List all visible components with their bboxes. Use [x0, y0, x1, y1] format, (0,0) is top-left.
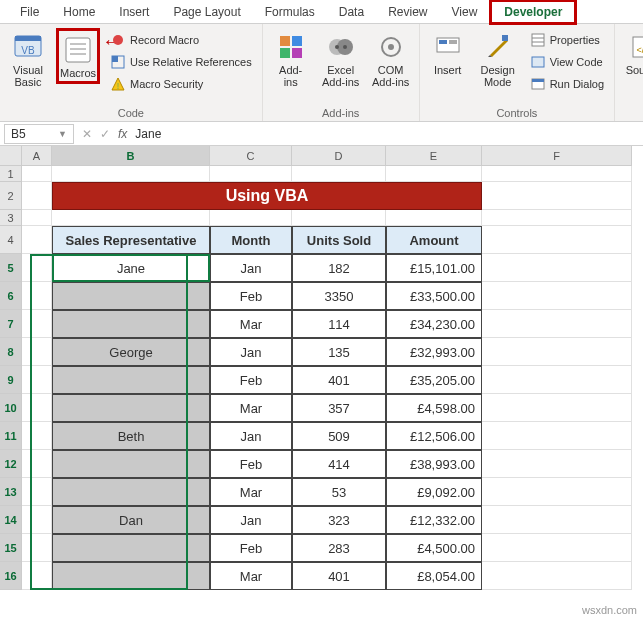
- cell[interactable]: Feb: [210, 366, 292, 394]
- cell[interactable]: Feb: [210, 450, 292, 478]
- tab-insert[interactable]: Insert: [107, 2, 161, 22]
- cell[interactable]: 182: [292, 254, 386, 282]
- row-header[interactable]: 6: [0, 282, 22, 310]
- tab-review[interactable]: Review: [376, 2, 439, 22]
- row-header[interactable]: 9: [0, 366, 22, 394]
- cell[interactable]: £12,332.00: [386, 506, 482, 534]
- accept-formula-icon[interactable]: ✓: [100, 127, 110, 141]
- cancel-formula-icon[interactable]: ✕: [82, 127, 92, 141]
- cell[interactable]: 135: [292, 338, 386, 366]
- select-all-corner[interactable]: [0, 146, 22, 166]
- col-header[interactable]: A: [22, 146, 52, 166]
- header-units-sold[interactable]: Units Sold: [292, 226, 386, 254]
- cell[interactable]: £4,598.00: [386, 394, 482, 422]
- row-header[interactable]: 7: [0, 310, 22, 338]
- macros-button[interactable]: Macros: [56, 28, 100, 84]
- tab-file[interactable]: File: [8, 2, 51, 22]
- run-dialog-button[interactable]: Run Dialog: [526, 74, 608, 94]
- cell[interactable]: Mar: [210, 478, 292, 506]
- cell[interactable]: [52, 394, 210, 422]
- name-box-dropdown-icon[interactable]: ▼: [58, 129, 67, 139]
- cell[interactable]: George: [52, 338, 210, 366]
- cell[interactable]: 414: [292, 450, 386, 478]
- cell[interactable]: [52, 366, 210, 394]
- cell[interactable]: [52, 562, 210, 590]
- tab-data[interactable]: Data: [327, 2, 376, 22]
- cell[interactable]: Mar: [210, 394, 292, 422]
- cell[interactable]: £8,054.00: [386, 562, 482, 590]
- cell[interactable]: Beth: [52, 422, 210, 450]
- row-header[interactable]: 11: [0, 422, 22, 450]
- cell[interactable]: Mar: [210, 310, 292, 338]
- col-header[interactable]: C: [210, 146, 292, 166]
- name-box[interactable]: B5 ▼: [4, 124, 74, 144]
- col-header[interactable]: F: [482, 146, 632, 166]
- view-code-button[interactable]: View Code: [526, 52, 608, 72]
- tab-view[interactable]: View: [440, 2, 490, 22]
- row-header[interactable]: 15: [0, 534, 22, 562]
- cell[interactable]: [52, 478, 210, 506]
- cell[interactable]: 3350: [292, 282, 386, 310]
- excel-addins-button[interactable]: Excel Add-ins: [319, 28, 363, 90]
- cell[interactable]: [52, 282, 210, 310]
- header-amount[interactable]: Amount: [386, 226, 482, 254]
- cell[interactable]: Mar: [210, 562, 292, 590]
- visual-basic-button[interactable]: VB Visual Basic: [6, 28, 50, 90]
- header-month[interactable]: Month: [210, 226, 292, 254]
- row-header[interactable]: 8: [0, 338, 22, 366]
- col-header[interactable]: D: [292, 146, 386, 166]
- tab-home[interactable]: Home: [51, 2, 107, 22]
- header-sales-rep[interactable]: Sales Representative: [52, 226, 210, 254]
- cell[interactable]: [52, 310, 210, 338]
- tab-developer[interactable]: Developer: [489, 0, 577, 25]
- cell[interactable]: £35,205.00: [386, 366, 482, 394]
- row-header[interactable]: 5: [0, 254, 22, 282]
- cell[interactable]: 509: [292, 422, 386, 450]
- cell[interactable]: £33,500.00: [386, 282, 482, 310]
- cell[interactable]: Feb: [210, 534, 292, 562]
- com-addins-button[interactable]: COM Add-ins: [369, 28, 413, 90]
- source-button[interactable]: </> Source: [621, 28, 643, 78]
- cell[interactable]: Jan: [210, 338, 292, 366]
- formula-bar-value[interactable]: Jane: [135, 127, 161, 141]
- fx-icon[interactable]: fx: [118, 127, 127, 141]
- row-header[interactable]: 4: [0, 226, 22, 254]
- addins-button[interactable]: Add- ins: [269, 28, 313, 90]
- cell[interactable]: Jan: [210, 422, 292, 450]
- row-header[interactable]: 3: [0, 210, 22, 226]
- record-macro-button[interactable]: Record Macro: [106, 30, 256, 50]
- cell[interactable]: 283: [292, 534, 386, 562]
- design-mode-button[interactable]: Design Mode: [476, 28, 520, 90]
- cell[interactable]: [52, 534, 210, 562]
- cell-b5[interactable]: Jane: [52, 254, 210, 282]
- col-header[interactable]: B: [52, 146, 210, 166]
- cell[interactable]: £12,506.00: [386, 422, 482, 450]
- cell[interactable]: £9,092.00: [386, 478, 482, 506]
- cell[interactable]: Jan: [210, 254, 292, 282]
- cell[interactable]: [52, 450, 210, 478]
- row-header[interactable]: 2: [0, 182, 22, 210]
- row-header[interactable]: 13: [0, 478, 22, 506]
- cell[interactable]: 53: [292, 478, 386, 506]
- tab-formulas[interactable]: Formulas: [253, 2, 327, 22]
- cell[interactable]: 401: [292, 562, 386, 590]
- col-header[interactable]: E: [386, 146, 482, 166]
- title-cell[interactable]: Using VBA: [52, 182, 482, 210]
- cell[interactable]: £4,500.00: [386, 534, 482, 562]
- tab-page-layout[interactable]: Page Layout: [161, 2, 252, 22]
- row-header[interactable]: 14: [0, 506, 22, 534]
- cell[interactable]: £15,101.00: [386, 254, 482, 282]
- cell[interactable]: Dan: [52, 506, 210, 534]
- cell[interactable]: 401: [292, 366, 386, 394]
- insert-control-button[interactable]: Insert: [426, 28, 470, 78]
- cell[interactable]: £34,230.00: [386, 310, 482, 338]
- row-header[interactable]: 16: [0, 562, 22, 590]
- row-header[interactable]: 1: [0, 166, 22, 182]
- cell[interactable]: Jan: [210, 506, 292, 534]
- cell[interactable]: Feb: [210, 282, 292, 310]
- cell[interactable]: £32,993.00: [386, 338, 482, 366]
- row-header[interactable]: 12: [0, 450, 22, 478]
- cell[interactable]: 114: [292, 310, 386, 338]
- relative-references-button[interactable]: Use Relative References: [106, 52, 256, 72]
- properties-button[interactable]: Properties: [526, 30, 608, 50]
